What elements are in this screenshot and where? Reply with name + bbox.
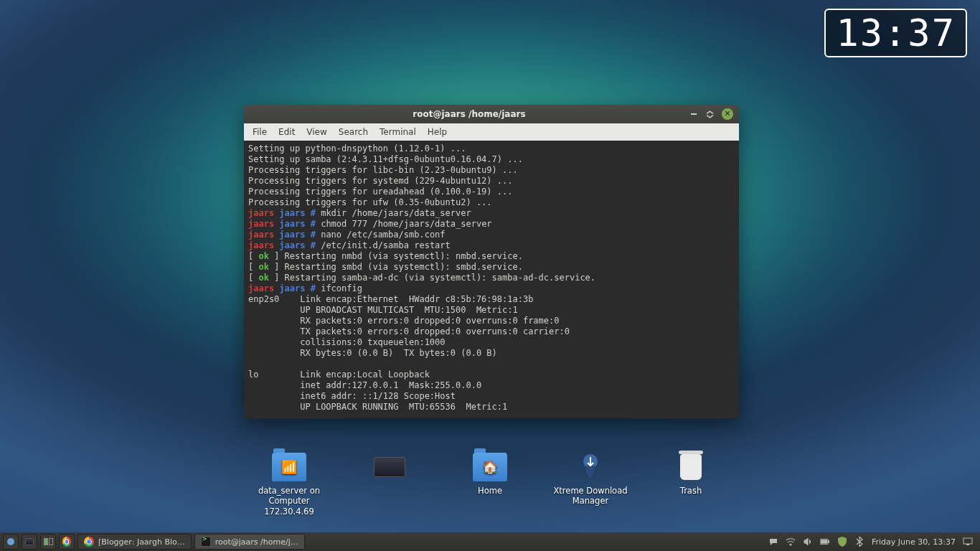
svg-point-1 xyxy=(7,538,14,545)
volume-icon[interactable] xyxy=(803,537,813,547)
battery-icon[interactable] xyxy=(820,537,830,547)
taskbar-task-terminal[interactable]: root@jaars /home/j… xyxy=(194,534,305,550)
menu-terminal[interactable]: Terminal xyxy=(374,124,422,140)
desktop-icon-label: Trash xyxy=(648,486,734,496)
desktop-icon-label: Home xyxy=(447,486,533,496)
desktop-icon-generic-app[interactable] xyxy=(347,453,433,486)
desktop-icon xyxy=(372,453,407,481)
desktop-icon-data-server-share[interactable]: 📶data_server on Computer 172.30.4.69 xyxy=(246,453,332,517)
menu-edit[interactable]: Edit xyxy=(273,124,301,140)
chrome-icon xyxy=(84,537,94,547)
terminal-output[interactable]: Setting up python-dnspython (1.12.0-1) .… xyxy=(244,141,739,418)
taskbar-datetime[interactable]: Friday June 30, 13:37 xyxy=(872,537,956,547)
menu-search[interactable]: Search xyxy=(333,124,374,140)
menu-file[interactable]: File xyxy=(247,124,273,140)
clock-time: 13:37 xyxy=(836,11,956,55)
desktop-icons-area: 📶data_server on Computer 172.30.4.69🏠Hom… xyxy=(246,453,734,517)
minimize-button[interactable] xyxy=(689,110,698,119)
chat-indicator-icon[interactable] xyxy=(768,537,778,547)
network-icon[interactable] xyxy=(786,537,796,547)
taskbar-task-chrome[interactable]: [Blogger: Jaargh Blo… xyxy=(77,534,192,550)
desktop-icon-home-folder[interactable]: 🏠Home xyxy=(447,453,533,496)
task-label: root@jaars /home/j… xyxy=(215,537,298,547)
svg-rect-3 xyxy=(828,540,829,543)
bluetooth-icon[interactable] xyxy=(854,537,864,547)
home-folder-icon: 🏠 xyxy=(473,453,507,481)
menu-help[interactable]: Help xyxy=(422,124,453,140)
network-folder-icon: 📶 xyxy=(272,453,306,481)
workspace-icon xyxy=(44,538,53,545)
maximize-button[interactable] xyxy=(705,110,715,119)
desktop-icon-label: Xtreme Download Manager xyxy=(547,486,633,507)
svg-rect-5 xyxy=(963,538,972,544)
window-title: root@jaars /home/jaars xyxy=(250,109,689,119)
svg-rect-6 xyxy=(966,544,969,545)
desktop-icon-label: data_server on Computer 172.30.4.69 xyxy=(246,486,332,517)
menu-icon xyxy=(6,537,15,546)
workspace-switcher[interactable] xyxy=(40,534,56,550)
download-manager-icon xyxy=(573,453,608,481)
desktop-icon xyxy=(25,538,34,545)
window-titlebar[interactable]: root@jaars /home/jaars ✕ xyxy=(244,105,739,123)
shield-icon[interactable] xyxy=(837,537,847,547)
task-label: [Blogger: Jaargh Blo… xyxy=(98,537,185,547)
show-desktop-button[interactable] xyxy=(22,534,37,550)
window-controls: ✕ xyxy=(689,108,733,120)
session-icon[interactable] xyxy=(963,537,973,547)
chrome-icon xyxy=(62,537,71,547)
desktop-clock-widget: 13:37 xyxy=(824,9,967,57)
taskbar[interactable]: [Blogger: Jaargh Blo… root@jaars /home/j… xyxy=(0,532,980,551)
trash-icon xyxy=(674,453,708,481)
chrome-launcher[interactable] xyxy=(59,534,75,550)
svg-rect-4 xyxy=(821,540,828,543)
menu-view[interactable]: View xyxy=(301,124,332,140)
terminal-window[interactable]: root@jaars /home/jaars ✕ File Edit View … xyxy=(244,105,739,418)
desktop-icon-trash[interactable]: Trash xyxy=(648,453,734,496)
close-button[interactable]: ✕ xyxy=(722,108,733,120)
terminal-menubar: File Edit View Search Terminal Help xyxy=(244,123,739,141)
applications-menu-button[interactable] xyxy=(3,534,19,550)
desktop-icon-xtreme-download-manager[interactable]: Xtreme Download Manager xyxy=(547,453,633,507)
terminal-icon xyxy=(201,537,211,547)
system-tray: Friday June 30, 13:37 xyxy=(768,537,977,547)
